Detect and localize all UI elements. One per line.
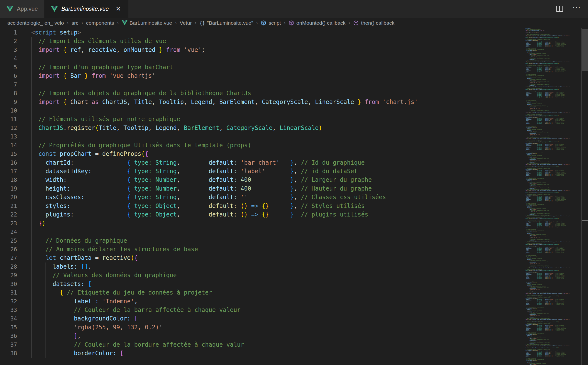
line-number: 5 [0, 63, 17, 72]
code-token: from [540, 30, 542, 31]
code-token: setup [56, 29, 78, 36]
code-token: // Couleur de la barra affectée à chaque… [31, 307, 240, 313]
code-token: type: [536, 278, 539, 279]
editor-actions: ⋯ [555, 0, 581, 18]
code-token: reactive [533, 50, 536, 51]
breadcrumb-item[interactable]: then() callback [353, 20, 395, 26]
code-token: ChartJS [532, 35, 536, 36]
code-token: ( [95, 125, 99, 131]
code-token: CategoryScale [551, 112, 557, 113]
code-token: type: [536, 97, 539, 98]
code-line: 27 let chartData = reactive({ [0, 254, 588, 262]
code-token: ChartJS [532, 112, 536, 113]
code-token: Tooltip [539, 86, 543, 87]
breadcrumb-item[interactable]: accidentologie_ en_ velo [7, 20, 64, 26]
tab-app-vue[interactable]: App.vue [0, 0, 45, 18]
scrollbar-slider[interactable] [582, 29, 588, 71]
code-token: Legend [543, 35, 546, 36]
code-token: LinearScale [557, 345, 562, 346]
vertical-scrollbar[interactable] [581, 28, 588, 365]
code-token: LinearScale [557, 138, 562, 139]
line-number: 26 [0, 245, 17, 254]
breadcrumb-item[interactable]: script [261, 20, 281, 26]
code-token: type: [536, 227, 539, 228]
code-token: ChartJS [525, 141, 528, 142]
code-token: from [563, 35, 565, 36]
code-line: 18 width: { type: Number, default: 400 }… [0, 176, 588, 184]
code-token: import [525, 267, 528, 268]
code-token: { [537, 308, 537, 309]
code-token: Tooltip [124, 125, 148, 131]
code-token: () [237, 211, 248, 218]
close-icon[interactable]: ✕ [115, 5, 122, 12]
code-token: register [529, 321, 532, 322]
code-token: 'rgba(255, 99, 132, 0.2)' [31, 324, 162, 331]
code-token: ChartJS [525, 89, 528, 90]
code-token: Object [152, 211, 177, 218]
code-token: LinearScale [554, 244, 558, 245]
code-token: default: [180, 168, 237, 175]
breadcrumb-label: "BarLuminosite.vue" [207, 20, 253, 26]
code-token: ChartJS [525, 115, 528, 116]
code-token: , [177, 159, 181, 166]
code-token: import [525, 216, 528, 217]
code-token: reactive [533, 231, 536, 232]
breadcrumb-item[interactable]: BarLuminosite.vue [122, 20, 172, 26]
code-token: register [529, 141, 532, 142]
code-token: BarElement [543, 89, 547, 90]
code-token: ; [202, 46, 205, 53]
tab-barluminosite-vue[interactable]: BarLuminosite.vue ✕ [45, 0, 128, 18]
code-editor[interactable]: 1<script setup>2 // Import des éléments … [0, 28, 588, 365]
code-token: default: [542, 46, 549, 47]
breadcrumb-item[interactable]: src [72, 20, 79, 26]
code-token: // plugins utilisés [555, 227, 564, 228]
code-token: Tooltip [535, 321, 538, 322]
code-token: ChartJS [532, 319, 536, 320]
code-token: reactive [533, 127, 536, 128]
code-token: , [177, 125, 184, 131]
code-token: , [148, 125, 156, 131]
code-token: 'Indemne' [102, 298, 134, 305]
code-token: {} [258, 211, 269, 218]
code-token: { [537, 360, 537, 361]
line-number: 35 [0, 323, 17, 332]
code-token: register [529, 192, 532, 193]
minimap[interactable]: <script setup> // Import des éléments ut… [525, 28, 581, 365]
breadcrumb-item[interactable]: onMounted() callback [289, 20, 346, 26]
code-token: Title [99, 125, 117, 131]
code-token: 'vue' [542, 30, 544, 31]
code-token: { [530, 123, 536, 124]
code-token: onMounted [120, 46, 156, 53]
code-token: Legend [543, 345, 546, 346]
breadcrumb-item[interactable]: {}"BarLuminosite.vue" [199, 20, 253, 26]
code-token: Legend [187, 99, 212, 105]
code-token: 'label' [237, 168, 265, 175]
code-token: BarElement [543, 37, 547, 38]
code-token: } [552, 201, 555, 202]
more-actions-icon[interactable]: ⋯ [572, 7, 581, 10]
code-token: import [525, 319, 528, 320]
code-token: type: [131, 185, 152, 192]
code-token: { [537, 50, 537, 51]
code-token: type: [536, 175, 539, 176]
code-token: LinearScale [557, 86, 562, 87]
code-token: import [31, 46, 60, 53]
code-token: ChartJS [525, 296, 528, 297]
code-token: register [529, 218, 532, 219]
line-number: 32 [0, 297, 17, 306]
code-token: ) [526, 356, 526, 357]
breadcrumb-label: BarLuminosite.vue [130, 20, 172, 26]
code-token: reactive [102, 254, 131, 261]
code-line: 26 // Au moins déclarer les structures d… [0, 245, 588, 254]
split-editor-icon[interactable] [555, 5, 564, 13]
code-token: // plugins utilisés [555, 252, 564, 253]
breadcrumb-item[interactable]: Vetur [180, 20, 192, 26]
code-token: BarElement [543, 218, 547, 219]
code-token: ) [526, 98, 526, 99]
code-token: BarElement [546, 61, 551, 62]
code-token: Object [539, 356, 542, 357]
breadcrumb-item[interactable]: components [86, 20, 114, 26]
code-token: from [563, 112, 565, 113]
code-token: // Largeur du graphe [297, 176, 372, 183]
code-token: ) [526, 150, 526, 151]
